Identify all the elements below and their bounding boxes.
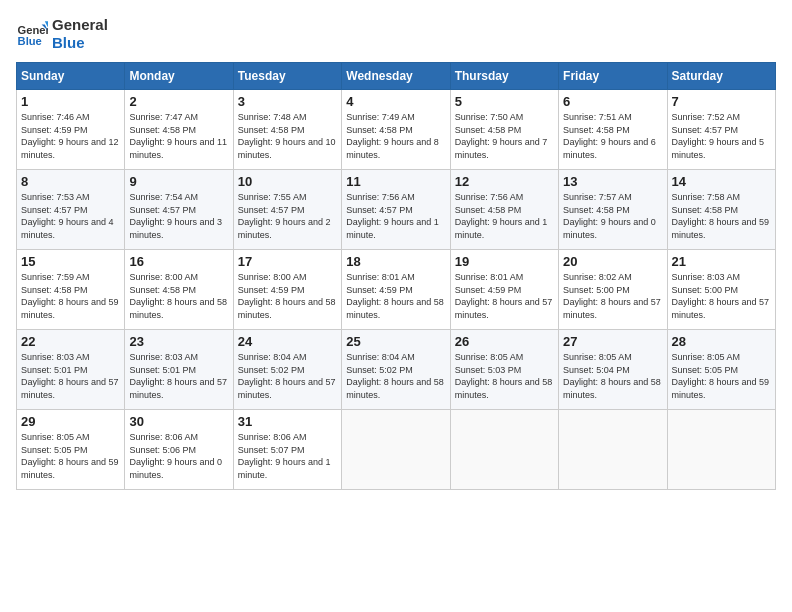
calendar-day: 16Sunrise: 8:00 AM Sunset: 4:58 PM Dayli…: [125, 250, 233, 330]
day-number: 31: [238, 414, 337, 429]
calendar-day: [450, 410, 558, 490]
calendar-day: 8Sunrise: 7:53 AM Sunset: 4:57 PM Daylig…: [17, 170, 125, 250]
calendar-day: 14Sunrise: 7:58 AM Sunset: 4:58 PM Dayli…: [667, 170, 775, 250]
calendar-day: 5Sunrise: 7:50 AM Sunset: 4:58 PM Daylig…: [450, 90, 558, 170]
calendar-day: [342, 410, 450, 490]
day-number: 15: [21, 254, 120, 269]
day-info: Sunrise: 8:06 AM Sunset: 5:06 PM Dayligh…: [129, 431, 228, 481]
day-number: 6: [563, 94, 662, 109]
day-info: Sunrise: 7:51 AM Sunset: 4:58 PM Dayligh…: [563, 111, 662, 161]
calendar-day: 26Sunrise: 8:05 AM Sunset: 5:03 PM Dayli…: [450, 330, 558, 410]
day-info: Sunrise: 8:06 AM Sunset: 5:07 PM Dayligh…: [238, 431, 337, 481]
weekday-header: Wednesday: [342, 63, 450, 90]
calendar-week: 1Sunrise: 7:46 AM Sunset: 4:59 PM Daylig…: [17, 90, 776, 170]
day-info: Sunrise: 8:02 AM Sunset: 5:00 PM Dayligh…: [563, 271, 662, 321]
day-number: 23: [129, 334, 228, 349]
day-info: Sunrise: 7:57 AM Sunset: 4:58 PM Dayligh…: [563, 191, 662, 241]
weekday-header: Tuesday: [233, 63, 341, 90]
calendar-day: 18Sunrise: 8:01 AM Sunset: 4:59 PM Dayli…: [342, 250, 450, 330]
day-info: Sunrise: 8:05 AM Sunset: 5:05 PM Dayligh…: [21, 431, 120, 481]
day-number: 18: [346, 254, 445, 269]
day-number: 19: [455, 254, 554, 269]
day-number: 3: [238, 94, 337, 109]
day-info: Sunrise: 8:05 AM Sunset: 5:03 PM Dayligh…: [455, 351, 554, 401]
calendar-body: 1Sunrise: 7:46 AM Sunset: 4:59 PM Daylig…: [17, 90, 776, 490]
day-number: 8: [21, 174, 120, 189]
calendar-day: 6Sunrise: 7:51 AM Sunset: 4:58 PM Daylig…: [559, 90, 667, 170]
logo-icon: General Blue: [16, 18, 48, 50]
calendar-day: 24Sunrise: 8:04 AM Sunset: 5:02 PM Dayli…: [233, 330, 341, 410]
day-info: Sunrise: 7:55 AM Sunset: 4:57 PM Dayligh…: [238, 191, 337, 241]
weekday-header: Thursday: [450, 63, 558, 90]
day-info: Sunrise: 7:49 AM Sunset: 4:58 PM Dayligh…: [346, 111, 445, 161]
calendar-day: 28Sunrise: 8:05 AM Sunset: 5:05 PM Dayli…: [667, 330, 775, 410]
day-info: Sunrise: 8:00 AM Sunset: 4:58 PM Dayligh…: [129, 271, 228, 321]
calendar-day: 4Sunrise: 7:49 AM Sunset: 4:58 PM Daylig…: [342, 90, 450, 170]
day-number: 4: [346, 94, 445, 109]
calendar-day: 15Sunrise: 7:59 AM Sunset: 4:58 PM Dayli…: [17, 250, 125, 330]
day-number: 17: [238, 254, 337, 269]
day-info: Sunrise: 7:47 AM Sunset: 4:58 PM Dayligh…: [129, 111, 228, 161]
day-info: Sunrise: 7:46 AM Sunset: 4:59 PM Dayligh…: [21, 111, 120, 161]
calendar-day: [667, 410, 775, 490]
calendar-week: 15Sunrise: 7:59 AM Sunset: 4:58 PM Dayli…: [17, 250, 776, 330]
calendar-day: 23Sunrise: 8:03 AM Sunset: 5:01 PM Dayli…: [125, 330, 233, 410]
day-number: 16: [129, 254, 228, 269]
calendar-week: 22Sunrise: 8:03 AM Sunset: 5:01 PM Dayli…: [17, 330, 776, 410]
day-number: 28: [672, 334, 771, 349]
calendar-day: 3Sunrise: 7:48 AM Sunset: 4:58 PM Daylig…: [233, 90, 341, 170]
day-number: 21: [672, 254, 771, 269]
weekday-header: Saturday: [667, 63, 775, 90]
day-number: 1: [21, 94, 120, 109]
day-info: Sunrise: 8:03 AM Sunset: 5:01 PM Dayligh…: [21, 351, 120, 401]
day-number: 29: [21, 414, 120, 429]
calendar-day: 9Sunrise: 7:54 AM Sunset: 4:57 PM Daylig…: [125, 170, 233, 250]
calendar-day: 31Sunrise: 8:06 AM Sunset: 5:07 PM Dayli…: [233, 410, 341, 490]
day-info: Sunrise: 8:01 AM Sunset: 4:59 PM Dayligh…: [455, 271, 554, 321]
svg-text:Blue: Blue: [18, 35, 42, 47]
calendar-day: 17Sunrise: 8:00 AM Sunset: 4:59 PM Dayli…: [233, 250, 341, 330]
day-number: 13: [563, 174, 662, 189]
weekday-header: Sunday: [17, 63, 125, 90]
logo-general: General: [52, 16, 108, 34]
calendar-day: 22Sunrise: 8:03 AM Sunset: 5:01 PM Dayli…: [17, 330, 125, 410]
calendar-week: 8Sunrise: 7:53 AM Sunset: 4:57 PM Daylig…: [17, 170, 776, 250]
weekday-header: Monday: [125, 63, 233, 90]
calendar-header: SundayMondayTuesdayWednesdayThursdayFrid…: [17, 63, 776, 90]
logo-blue: Blue: [52, 34, 108, 52]
weekday-header: Friday: [559, 63, 667, 90]
calendar-day: 1Sunrise: 7:46 AM Sunset: 4:59 PM Daylig…: [17, 90, 125, 170]
calendar-day: 30Sunrise: 8:06 AM Sunset: 5:06 PM Dayli…: [125, 410, 233, 490]
day-info: Sunrise: 7:53 AM Sunset: 4:57 PM Dayligh…: [21, 191, 120, 241]
day-number: 9: [129, 174, 228, 189]
day-number: 2: [129, 94, 228, 109]
day-info: Sunrise: 7:56 AM Sunset: 4:58 PM Dayligh…: [455, 191, 554, 241]
calendar-day: 21Sunrise: 8:03 AM Sunset: 5:00 PM Dayli…: [667, 250, 775, 330]
day-number: 25: [346, 334, 445, 349]
day-info: Sunrise: 7:59 AM Sunset: 4:58 PM Dayligh…: [21, 271, 120, 321]
day-info: Sunrise: 8:05 AM Sunset: 5:05 PM Dayligh…: [672, 351, 771, 401]
calendar-table: SundayMondayTuesdayWednesdayThursdayFrid…: [16, 62, 776, 490]
day-number: 26: [455, 334, 554, 349]
day-number: 12: [455, 174, 554, 189]
day-info: Sunrise: 7:50 AM Sunset: 4:58 PM Dayligh…: [455, 111, 554, 161]
calendar-day: [559, 410, 667, 490]
day-info: Sunrise: 7:52 AM Sunset: 4:57 PM Dayligh…: [672, 111, 771, 161]
calendar-day: 11Sunrise: 7:56 AM Sunset: 4:57 PM Dayli…: [342, 170, 450, 250]
day-number: 10: [238, 174, 337, 189]
calendar-week: 29Sunrise: 8:05 AM Sunset: 5:05 PM Dayli…: [17, 410, 776, 490]
day-number: 22: [21, 334, 120, 349]
day-info: Sunrise: 7:56 AM Sunset: 4:57 PM Dayligh…: [346, 191, 445, 241]
calendar-day: 27Sunrise: 8:05 AM Sunset: 5:04 PM Dayli…: [559, 330, 667, 410]
day-number: 27: [563, 334, 662, 349]
calendar-day: 7Sunrise: 7:52 AM Sunset: 4:57 PM Daylig…: [667, 90, 775, 170]
calendar-day: 13Sunrise: 7:57 AM Sunset: 4:58 PM Dayli…: [559, 170, 667, 250]
day-info: Sunrise: 8:04 AM Sunset: 5:02 PM Dayligh…: [346, 351, 445, 401]
calendar-day: 2Sunrise: 7:47 AM Sunset: 4:58 PM Daylig…: [125, 90, 233, 170]
day-number: 14: [672, 174, 771, 189]
day-info: Sunrise: 8:03 AM Sunset: 5:00 PM Dayligh…: [672, 271, 771, 321]
page-header: General Blue General Blue: [16, 16, 776, 52]
day-number: 7: [672, 94, 771, 109]
day-info: Sunrise: 8:01 AM Sunset: 4:59 PM Dayligh…: [346, 271, 445, 321]
day-number: 30: [129, 414, 228, 429]
